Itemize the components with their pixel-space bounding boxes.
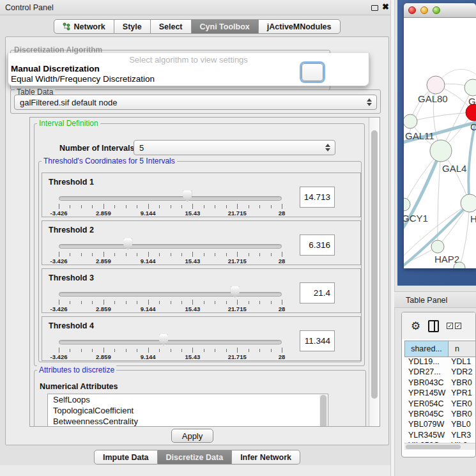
- traffic-light-red-icon[interactable]: [408, 6, 416, 14]
- slider-tick: [92, 349, 93, 352]
- table-row[interactable]: YDR27... YDR2: [404, 367, 476, 378]
- tab-jactivemnodules[interactable]: jActiveMNodules: [259, 19, 341, 34]
- column-header-shared[interactable]: shared...: [404, 341, 448, 357]
- slider-tick: [70, 301, 70, 304]
- slider-tick: [171, 349, 171, 352]
- slider-tick: [126, 301, 127, 304]
- slider-tick: [259, 205, 260, 208]
- threshold-panel-4: Threshold 4 -3.4262.8599.14415.4321.7152…: [42, 316, 361, 361]
- tab-impute-data[interactable]: Impute Data: [94, 450, 158, 464]
- table-row[interactable]: YPR145W YPR1: [404, 388, 476, 399]
- threshold-value-field[interactable]: [300, 187, 335, 208]
- attribute-item-selfloops[interactable]: SelfLoops: [48, 394, 328, 405]
- network-node-red-node[interactable]: [466, 104, 476, 121]
- slider-tick-label: 28: [279, 353, 286, 360]
- table-row[interactable]: YBL079W YBL0: [404, 420, 476, 430]
- slider-track[interactable]: [59, 244, 282, 249]
- tab-network[interactable]: Network: [54, 19, 114, 34]
- threshold-label: Threshold 4: [49, 321, 94, 330]
- traffic-light-yellow-icon[interactable]: [420, 6, 428, 14]
- interval-definition-groupbox: Interval Definition Number of Intervals …: [34, 123, 365, 366]
- float-window-icon[interactable]: [371, 5, 378, 11]
- number-of-intervals-combobox[interactable]: 5: [134, 140, 335, 155]
- traffic-light-green-icon[interactable]: [433, 6, 440, 14]
- slider-track[interactable]: [59, 292, 282, 296]
- threshold-value-field[interactable]: [300, 330, 335, 351]
- table-panel-titlebar: Table Panel: [394, 291, 476, 308]
- settings-scrollbar[interactable]: [369, 118, 380, 426]
- checkbox-icon[interactable]: ✓: [455, 323, 461, 329]
- slider-tick-label: 15.43: [185, 353, 201, 360]
- network-node-gal4[interactable]: [430, 140, 452, 162]
- slider-track[interactable]: [59, 196, 282, 201]
- network-node-hap2[interactable]: [431, 240, 444, 253]
- split-columns-icon[interactable]: [428, 320, 439, 332]
- threshold-value-field[interactable]: [300, 234, 335, 256]
- slider-tick: [92, 253, 93, 256]
- menu-item-equal-width-frequency[interactable]: Equal Width/Frequency Discretization: [11, 74, 155, 84]
- network-node-h-cut[interactable]: [461, 194, 476, 212]
- table-data-combobox[interactable]: galFiltered.sif default node: [14, 95, 377, 110]
- numerical-attributes-list[interactable]: SelfLoopsTopologicalCoefficientBetweenne…: [47, 394, 328, 427]
- algorithm-combobox[interactable]: [302, 63, 323, 81]
- tab-infer-network[interactable]: Infer Network: [232, 450, 300, 464]
- panel-splitter[interactable]: [390, 0, 395, 476]
- slider-tick: [181, 301, 182, 304]
- slider-tick-label: 21.715: [228, 305, 247, 312]
- slider-tick: [192, 300, 193, 305]
- close-icon[interactable]: ✖: [382, 2, 389, 12]
- slider-tick: [249, 205, 249, 208]
- tab-select[interactable]: Select: [151, 19, 192, 34]
- slider-tick-label: -3.426: [50, 353, 68, 360]
- network-node-gal11[interactable]: [404, 114, 417, 128]
- attributes-scrollbar[interactable]: [319, 395, 327, 427]
- threshold-panel-1: Threshold 1 -3.4262.8599.14415.4321.7152…: [42, 173, 361, 217]
- apply-button[interactable]: Apply: [171, 429, 213, 443]
- slider-tick: [192, 348, 193, 353]
- settings-gear-icon[interactable]: ⚙: [411, 321, 420, 332]
- checkbox-icon[interactable]: ✓: [447, 323, 453, 329]
- numerical-attributes-label: Numerical Attributes: [40, 382, 118, 391]
- tab-label: Infer Network: [240, 453, 291, 462]
- network-canvas[interactable]: GAL80GCGAL11GAL4GCY1HHAP2: [404, 18, 476, 268]
- table-row[interactable]: YBR043C YBR0: [404, 378, 476, 388]
- table-panel-toolbar: ⚙ ✓ ✓: [402, 312, 476, 339]
- column-header-name[interactable]: n: [448, 341, 476, 357]
- network-edge[interactable]: [410, 112, 474, 121]
- slider-tick-label: 2.859: [96, 353, 111, 360]
- attribute-item-topologicalcoefficient[interactable]: TopologicalCoefficient: [48, 405, 328, 416]
- network-node-gcy1[interactable]: [404, 198, 410, 211]
- slider-tick: [104, 252, 104, 257]
- table-row[interactable]: YER054C YER0: [404, 399, 476, 410]
- number-of-intervals-label: Number of Intervals: [59, 144, 134, 153]
- number-of-intervals-value: 5: [139, 143, 144, 153]
- slider-tick: [181, 205, 182, 208]
- table-hscrollbar[interactable]: [404, 443, 476, 450]
- slider-tick: [204, 253, 204, 256]
- attribute-item-betweennesscentrality[interactable]: BetweennessCentrality: [48, 416, 328, 427]
- network-node-gal80[interactable]: [427, 76, 445, 94]
- tab-cyni-toolbox[interactable]: Cyni Toolbox: [192, 19, 259, 34]
- tab-style[interactable]: Style: [114, 19, 151, 34]
- slider-tick: [159, 253, 160, 256]
- control-panel-window: Control Panel ✖ NetworkStyleSelectCyni T…: [0, 0, 394, 476]
- slider-tick: [92, 301, 93, 304]
- tab-discretize-data[interactable]: Discretize Data: [158, 450, 233, 464]
- slider-tick: [114, 205, 115, 208]
- threshold-panel-2: Threshold 2 -3.4262.8599.14415.4321.7152…: [42, 220, 361, 265]
- slider-tick-label: 2.859: [96, 210, 111, 217]
- slider-tick: [237, 252, 238, 257]
- slider-tick-label: 9.144: [141, 257, 156, 265]
- table-row[interactable]: YDL19... YDL1: [404, 357, 476, 367]
- menu-item-manual-discretization[interactable]: Manual Discretization: [11, 64, 100, 73]
- slider-tick: [171, 253, 171, 256]
- network-node-g-cut[interactable]: [464, 79, 476, 96]
- slider-tick: [215, 301, 215, 304]
- table-header-row: shared... n: [404, 341, 476, 357]
- table-row[interactable]: YBR045C YBR0: [404, 410, 476, 420]
- threshold-value-field[interactable]: [300, 282, 335, 303]
- slider-tick: [204, 301, 204, 304]
- slider-track[interactable]: [59, 340, 282, 344]
- table-row[interactable]: YLR345W YLR3: [404, 431, 476, 441]
- table-panel-title: Table Panel: [406, 296, 447, 305]
